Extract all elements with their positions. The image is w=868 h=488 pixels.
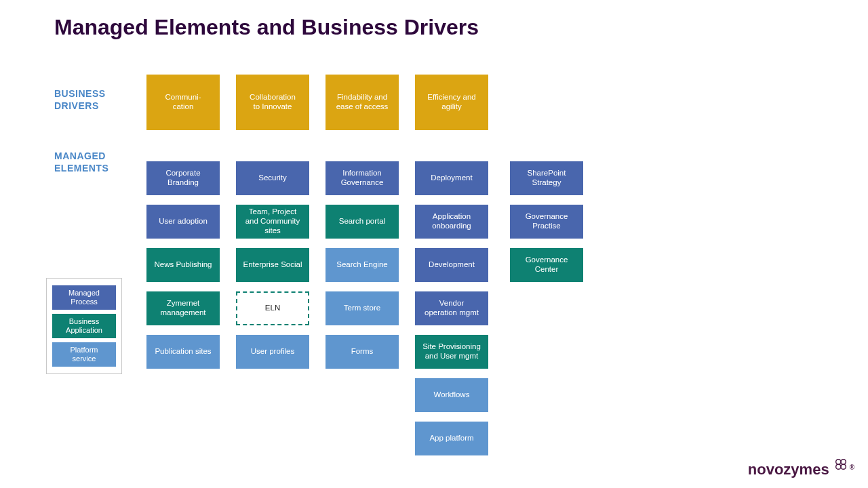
logo-mark-icon (833, 457, 848, 476)
driver-tile: Communi-cation (146, 75, 220, 130)
element-tile: Publication sites (146, 335, 220, 369)
driver-tile: Findability andease of access (326, 75, 399, 130)
element-tile: Site Provisioningand User mgmt (415, 335, 488, 369)
legend-chip: ManagedProcess (52, 285, 116, 310)
element-tile: CorporateBranding (146, 161, 220, 195)
element-tile: GovernanceCenter (510, 248, 583, 282)
element-tile: GovernancePractise (510, 205, 583, 239)
legend: ManagedProcessBusinessApplicationPlatfor… (46, 278, 122, 374)
element-tile: News Publishing (146, 248, 220, 282)
diagram-grid: Communi-cationCorporateBrandingUser adop… (146, 75, 583, 455)
element-tile: Vendoroperation mgmt (415, 291, 488, 325)
svg-point-2 (835, 464, 840, 469)
element-tile: Zymernetmanagement (146, 291, 220, 325)
legend-chip: BusinessApplication (52, 314, 116, 338)
element-tile: Security (236, 161, 309, 195)
element-tile: App platform (415, 422, 488, 455)
logo-text: novozymes (748, 461, 829, 479)
element-tile: Term store (326, 291, 399, 325)
driver-tile: Efficiency andagility (415, 75, 488, 130)
element-tile: Team, Projectand Communitysites (236, 205, 309, 239)
column: Collaborationto InnovateSecurityTeam, Pr… (236, 75, 309, 455)
element-tile: Applicationonboarding (415, 205, 488, 239)
element-tile: ELN (236, 291, 309, 325)
registered-icon: ® (850, 464, 854, 471)
element-tile: InformationGovernance (326, 161, 399, 195)
svg-point-0 (835, 460, 840, 464)
element-tile: Forms (326, 335, 399, 369)
element-tile: Development (415, 248, 488, 282)
column: SharePointStrategyGovernancePractiseGove… (510, 75, 583, 455)
element-tile: User adoption (146, 205, 220, 239)
column: Communi-cationCorporateBrandingUser adop… (146, 75, 220, 455)
element-tile: SharePointStrategy (510, 161, 583, 195)
legend-chip: Platformservice (52, 342, 116, 367)
element-tile: Search portal (326, 205, 399, 239)
logo-novozymes: novozymes ® (748, 461, 854, 479)
svg-point-1 (841, 460, 846, 464)
label-managed-elements: MANAGEDELEMENTS (54, 150, 108, 174)
element-tile: Enterprise Social (236, 248, 309, 282)
column: Efficiency andagilityDeploymentApplicati… (415, 75, 494, 455)
label-business-drivers: BUSINESSDRIVERS (54, 88, 106, 112)
element-tile: Deployment (415, 161, 488, 195)
driver-tile: Collaborationto Innovate (236, 75, 309, 130)
svg-point-3 (841, 464, 846, 469)
element-tile: Search Engine (326, 248, 399, 282)
element-tile: User profiles (236, 335, 309, 369)
column: Findability andease of accessInformation… (326, 75, 399, 455)
slide-title: Managed Elements and Business Drivers (54, 15, 479, 40)
element-tile: Workflows (415, 378, 488, 412)
